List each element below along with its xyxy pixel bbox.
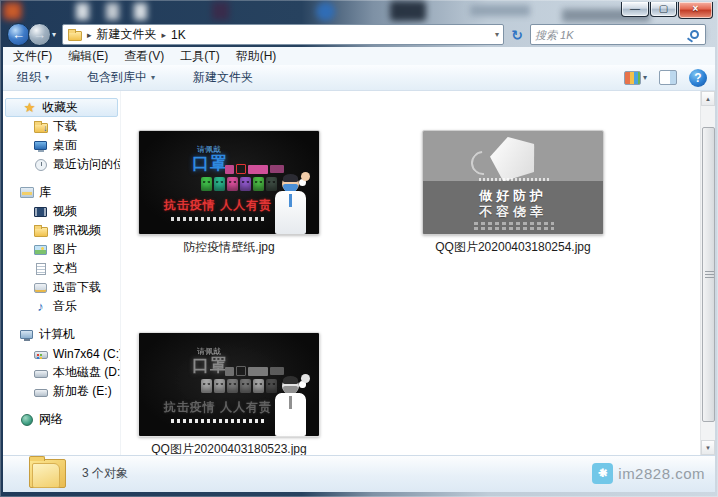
sidebar-label: 网络	[39, 411, 63, 428]
desktop-firefox-icon	[3, 2, 22, 20]
organize-button[interactable]: 组织 ▾	[11, 66, 55, 89]
include-in-library-button[interactable]: 包含到库中 ▾	[81, 66, 161, 89]
poster-pink-text-blocks	[225, 164, 284, 174]
sidebar-item-documents[interactable]: 文档	[3, 259, 120, 278]
sidebar-label: 新加卷 (E:)	[53, 383, 112, 400]
pictures-icon	[33, 242, 48, 257]
sidebar-item-tencent-video[interactable]: 腾讯视频	[3, 221, 120, 240]
chevron-down-icon[interactable]: ▾	[643, 73, 647, 82]
sidebar-item-drive-d[interactable]: 本地磁盘 (D:)	[3, 363, 120, 382]
sidebar-item-recent-places[interactable]: 最近访问的位置	[3, 155, 120, 174]
desktop-blue-icon	[316, 2, 335, 21]
new-folder-label: 新建文件夹	[193, 69, 253, 86]
sidebar-label: 计算机	[39, 326, 75, 343]
maximize-button[interactable]: ▢	[650, 2, 677, 17]
sidebar-item-drive-c[interactable]: Win7x64 (C:)	[3, 344, 120, 363]
menu-edit[interactable]: 编辑(E)	[68, 48, 108, 65]
search-input[interactable]	[535, 29, 690, 41]
scroll-up-icon[interactable]: ▲	[701, 91, 715, 106]
scroll-down-icon[interactable]: ▼	[701, 440, 715, 455]
main-area: ★ 收藏夹 ↓ 下载 桌面 最近访问的位置 库	[3, 91, 715, 455]
breadcrumb-separator-icon: ▸	[162, 30, 167, 40]
music-icon: ♪	[33, 299, 48, 314]
window-controls: — ▢ ×	[620, 2, 713, 19]
watermark: im2828.com	[592, 463, 705, 484]
sidebar-label: 腾讯视频	[53, 222, 101, 239]
scrollbar-thumb[interactable]	[702, 127, 715, 422]
folder-icon	[33, 223, 48, 238]
sidebar-item-desktop[interactable]: 桌面	[3, 136, 120, 155]
file-thumbnail-virus-poster-gray[interactable]: 请佩戴 口罩 抗击疫情 人人有责	[138, 332, 320, 437]
desktop-dark-icon	[212, 2, 229, 20]
client-area: 文件(F) 编辑(E) 查看(V) 工具(T) 帮助(H) 组织 ▾ 包含到库中…	[3, 47, 715, 492]
drive-icon	[33, 384, 48, 399]
sidebar-item-videos[interactable]: 视频	[3, 202, 120, 221]
breadcrumb-parent-folder[interactable]: 新建文件夹	[97, 26, 157, 43]
chevron-down-icon: ▾	[45, 73, 49, 82]
computer-icon	[19, 327, 34, 342]
sidebar-group-computer[interactable]: 计算机	[3, 325, 120, 344]
command-toolbar: 组织 ▾ 包含到库中 ▾ 新建文件夹 ▾ ?	[3, 65, 715, 91]
preview-pane-icon[interactable]	[659, 70, 677, 85]
change-view-icon[interactable]	[624, 71, 641, 85]
item-count-status: 3 个对象	[82, 465, 128, 482]
recent-places-icon	[33, 157, 48, 172]
sidebar-item-drive-e[interactable]: 新加卷 (E:)	[3, 382, 120, 401]
back-button[interactable]: ←	[7, 23, 30, 46]
minimize-button[interactable]: —	[621, 2, 649, 17]
sidebar-group-libraries[interactable]: 库	[3, 183, 120, 202]
poster-mask-tiles	[201, 379, 277, 393]
file-name[interactable]: 防控疫情壁纸.jpg	[138, 239, 320, 256]
thunder-download-icon	[33, 280, 48, 295]
recent-pages-dropdown-icon[interactable]: ▾	[52, 30, 56, 39]
sidebar-group-network[interactable]: 网络	[3, 410, 120, 429]
address-bar[interactable]: ▸ 新建文件夹 ▸ 1K ▾	[62, 24, 504, 45]
poster-headline-line2: 不容侥幸	[423, 203, 603, 221]
menu-tools[interactable]: 工具(T)	[180, 48, 219, 65]
desktop-doc-icon	[134, 3, 147, 20]
forward-button[interactable]: →	[28, 23, 51, 46]
details-pane: 3 个对象 im2828.com	[3, 455, 715, 492]
sidebar-label: 库	[39, 184, 51, 201]
navigation-bar: ← → ▾ ▸ 新建文件夹 ▸ 1K ▾ ↻	[0, 22, 718, 47]
search-icon[interactable]	[690, 30, 699, 39]
file-thumbnail-mask-poster[interactable]: 做好防护 不容侥幸	[422, 130, 604, 235]
sidebar-label: 视频	[53, 203, 77, 220]
sidebar-item-thunder-downloads[interactable]: 迅雷下载	[3, 278, 120, 297]
address-dropdown-icon[interactable]: ▾	[495, 30, 499, 39]
poster-small-text	[474, 222, 554, 225]
navigation-pane: ★ 收藏夹 ↓ 下载 桌面 最近访问的位置 库	[3, 91, 120, 455]
sidebar-item-downloads[interactable]: ↓ 下载	[3, 117, 120, 136]
file-list: 请佩戴 口罩 抗击疫情 人人有责	[120, 91, 715, 455]
new-folder-button[interactable]: 新建文件夹	[187, 66, 259, 89]
doctor-figure	[271, 176, 311, 234]
poster-text-mask: 口罩	[192, 354, 228, 377]
file-thumbnail-virus-poster[interactable]: 请佩戴 口罩 抗击疫情 人人有责	[138, 130, 320, 235]
poster-mask-tiles	[201, 177, 277, 191]
sidebar-label: 最近访问的位置	[53, 156, 120, 173]
sidebar-item-pictures[interactable]: 图片	[3, 240, 120, 259]
include-in-library-label: 包含到库中	[87, 69, 147, 86]
sidebar-item-music[interactable]: ♪ 音乐	[3, 297, 120, 316]
sidebar-group-favorites[interactable]: ★ 收藏夹	[6, 99, 117, 116]
close-button[interactable]: ×	[678, 2, 713, 19]
sidebar-label: Win7x64 (C:)	[53, 347, 120, 361]
menu-view[interactable]: 查看(V)	[124, 48, 164, 65]
drive-icon	[33, 365, 48, 380]
desktop-doc-icon	[106, 3, 119, 20]
poster-pink-text-blocks	[225, 366, 284, 376]
network-icon	[19, 412, 34, 427]
desktop-icon	[33, 138, 48, 153]
file-name[interactable]: QQ图片20200403180254.jpg	[422, 239, 604, 256]
breadcrumb-folder-icon	[67, 27, 82, 42]
refresh-icon[interactable]: ↻	[508, 26, 526, 44]
documents-icon	[33, 261, 48, 276]
vertical-scrollbar[interactable]: ▲ ▼	[700, 91, 715, 455]
menu-help[interactable]: 帮助(H)	[236, 48, 277, 65]
help-icon[interactable]: ?	[689, 69, 707, 87]
poster-text-mask: 口罩	[192, 152, 228, 175]
libraries-icon	[19, 185, 34, 200]
menu-file[interactable]: 文件(F)	[13, 48, 52, 65]
poster-color: 请佩戴 口罩 抗击疫情 人人有责	[139, 131, 319, 234]
breadcrumb-current-folder[interactable]: 1K	[171, 28, 186, 42]
